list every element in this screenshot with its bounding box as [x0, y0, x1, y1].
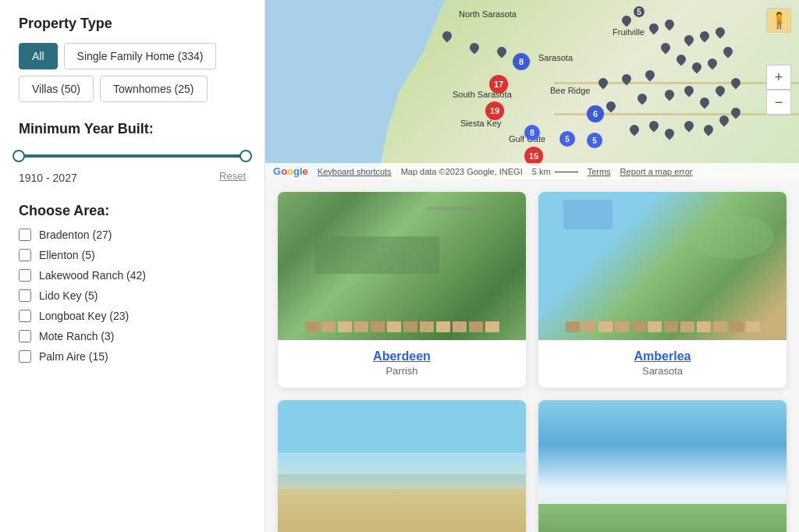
checkbox-mote-ranch[interactable] — [19, 330, 31, 342]
card-info-amberlea: Amberlea Sarasota — [538, 340, 787, 388]
checkbox-palm-aire[interactable] — [19, 350, 31, 363]
year-slider[interactable] — [19, 148, 246, 164]
card-aberdeen: Aberdeen Parrish — [278, 192, 526, 388]
label-lido-key: Lido Key (5) — [39, 289, 98, 302]
slider-thumb-right[interactable] — [240, 150, 252, 162]
label-bradenton: Bradenton (27) — [39, 229, 112, 241]
card-name-amberlea[interactable]: Amberlea — [549, 349, 776, 364]
reset-button[interactable]: Reset — [219, 170, 246, 182]
area-section: Choose Area: Bradenton (27) Ellenton (5)… — [19, 203, 246, 363]
area-longboat-key: Longboat Key (23) — [19, 310, 246, 322]
area-ellenton: Ellenton (5) — [19, 249, 246, 261]
area-lakewood-ranch: Lakewood Ranch (42) — [19, 269, 246, 282]
slider-track — [19, 154, 246, 158]
label-longboat-key: Longboat Key (23) — [39, 310, 129, 322]
year-range-label: 1910 - 2027 — [19, 172, 77, 184]
filter-villas[interactable]: Villas (50) — [19, 76, 94, 102]
filter-all[interactable]: All — [19, 43, 58, 69]
main-content: North Sarasota Sarasota South Sarasota B… — [265, 0, 799, 532]
checkbox-lido-key[interactable] — [19, 289, 31, 302]
report-link[interactable]: Report a map error — [620, 167, 693, 176]
checkbox-bradenton[interactable] — [19, 229, 31, 241]
map-background: North Sarasota Sarasota South Sarasota B… — [265, 0, 799, 179]
card-amberlea: Amberlea Sarasota — [538, 192, 787, 388]
card-info-aberdeen: Aberdeen Parrish — [278, 340, 526, 388]
card-location-aberdeen: Parrish — [289, 365, 515, 377]
map-footer: Google Keyboard shortcuts Map data ©2023… — [265, 163, 799, 179]
map-scale: 5 km — [532, 167, 578, 176]
label-palm-aire: Palm Aire (15) — [39, 350, 108, 363]
aerial-houses-2 — [538, 321, 787, 332]
area-lido-key: Lido Key (5) — [19, 289, 246, 302]
filter-sfh[interactable]: Single Family Home (334) — [64, 43, 217, 69]
label-mote-ranch: Mote Ranch (3) — [39, 330, 114, 342]
card-name-aberdeen[interactable]: Aberdeen — [289, 349, 515, 364]
choose-area-title: Choose Area: — [19, 203, 246, 219]
card-location-amberlea: Sarasota — [549, 365, 776, 377]
filter-townhomes[interactable]: Townhomes (25) — [100, 76, 208, 102]
year-range-row: 1910 - 2027 Reset — [19, 167, 246, 184]
property-type-title: Property Type — [19, 16, 246, 32]
map-label-sarasota: Sarasota — [538, 53, 573, 62]
road-h1 — [554, 82, 799, 84]
zoom-in-button[interactable]: + — [766, 65, 791, 90]
card-image-amberlea — [538, 192, 787, 340]
zoom-out-button[interactable]: − — [766, 90, 791, 115]
pegman-button[interactable]: 🧍 — [766, 8, 791, 33]
keyboard-shortcuts-link[interactable]: Keyboard shortcuts — [318, 167, 392, 176]
sidebar: Property Type All Single Family Home (33… — [0, 0, 265, 532]
aerial-houses-1 — [278, 321, 526, 332]
checkbox-longboat-key[interactable] — [19, 310, 31, 322]
checkbox-ellenton[interactable] — [19, 249, 31, 261]
card-3: Card3 Location3 — [278, 400, 526, 532]
map-zoom-controls: + − — [766, 65, 791, 115]
area-mote-ranch: Mote Ranch (3) — [19, 330, 246, 342]
cards-grid: Aberdeen Parrish Amberlea Sarasota — [265, 179, 799, 532]
terms-link[interactable]: Terms — [588, 167, 611, 176]
map-data-label: Map data ©2023 Google, INEGI — [401, 167, 523, 176]
map-label-fruitville: Fruitville — [613, 27, 645, 37]
area-bradenton: Bradenton (27) — [19, 229, 246, 241]
property-type-filters: All Single Family Home (334) Villas (50)… — [19, 43, 246, 102]
card-4: Card4 Location4 — [538, 400, 787, 532]
card-image-3 — [278, 400, 526, 532]
map-container[interactable]: North Sarasota Sarasota South Sarasota B… — [265, 0, 799, 179]
year-built-section: Minimum Year Built: 1910 - 2027 Reset — [19, 121, 246, 184]
card-image-4 — [538, 400, 787, 532]
label-ellenton: Ellenton (5) — [39, 249, 95, 261]
label-lakewood-ranch: Lakewood Ranch (42) — [39, 269, 146, 282]
checkbox-lakewood-ranch[interactable] — [19, 269, 31, 282]
map-label-north-sarasota: North Sarasota — [459, 9, 517, 19]
card-image-aberdeen — [278, 192, 526, 340]
slider-thumb-left[interactable] — [12, 150, 25, 162]
area-palm-aire: Palm Aire (15) — [19, 350, 246, 363]
year-built-title: Minimum Year Built: — [19, 121, 246, 137]
map-label-bee-ridge: Bee Ridge — [550, 86, 590, 95]
google-logo: Google — [273, 165, 308, 177]
